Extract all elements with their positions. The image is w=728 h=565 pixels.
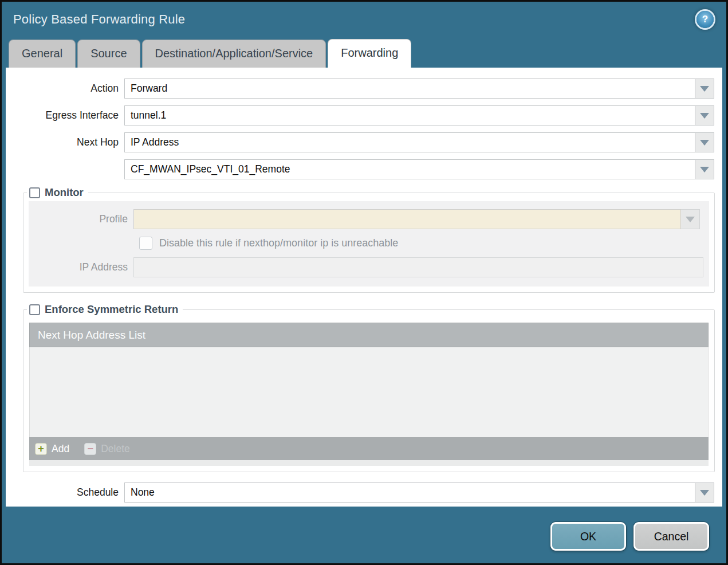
table-scrollbar-track[interactable]: [29, 460, 709, 466]
monitor-group: Monitor Profile Disable this rule if nex…: [23, 186, 715, 293]
profile-input: [133, 209, 681, 229]
add-button-label: Add: [52, 443, 69, 455]
page-title: Policy Based Forwarding Rule: [13, 12, 185, 27]
chevron-down-icon: [700, 86, 709, 92]
egress-interface-label: Egress Interface: [6, 109, 124, 121]
tab-general[interactable]: General: [9, 40, 76, 68]
disable-rule-row: Disable this rule if nexthop/monitor ip …: [139, 237, 709, 250]
minus-icon: −: [84, 443, 96, 455]
next-hop-address-list-toolbar: + Add − Delete: [29, 437, 709, 460]
tab-forwarding[interactable]: Forwarding: [328, 39, 411, 68]
action-dropdown-button[interactable]: [695, 79, 714, 99]
enforce-symmetric-return-group: Enforce Symmetric Return Next Hop Addres…: [23, 303, 715, 472]
monitor-group-label: Monitor: [45, 186, 84, 199]
tab-destination-application-service[interactable]: Destination/Application/Service: [142, 40, 326, 68]
chevron-down-icon: [700, 490, 709, 496]
next-hop-address-list-header-label: Next Hop Address List: [38, 329, 145, 342]
schedule-label: Schedule: [6, 486, 124, 499]
disable-rule-checkbox: [139, 237, 152, 250]
dialog-footer: OK Cancel: [2, 507, 726, 551]
monitor-ip-address-input: [133, 257, 703, 277]
next-hop-address-list-body: [29, 347, 709, 437]
egress-interface-input[interactable]: [124, 105, 695, 125]
next-hop-address-list-header: Next Hop Address List: [29, 323, 709, 347]
tab-bar: General Source Destination/Application/S…: [2, 37, 726, 68]
cancel-button[interactable]: Cancel: [633, 522, 709, 551]
next-hop-dropdown-button[interactable]: [695, 132, 714, 152]
enforce-symmetric-return-checkbox[interactable]: [29, 304, 40, 315]
next-hop-label: Next Hop: [6, 136, 124, 148]
monitor-ip-address-label: IP Address: [29, 261, 133, 273]
help-icon[interactable]: ?: [696, 11, 714, 28]
add-button[interactable]: + Add: [35, 443, 69, 455]
next-hop-address-row: [6, 159, 722, 179]
action-input[interactable]: [124, 79, 695, 99]
profile-label: Profile: [29, 213, 133, 225]
plus-icon: +: [35, 443, 47, 455]
action-label: Action: [6, 83, 124, 95]
chevron-down-icon: [686, 217, 695, 222]
chevron-down-icon: [700, 113, 709, 119]
tab-source[interactable]: Source: [77, 40, 140, 68]
delete-button-label: Delete: [101, 443, 130, 455]
monitor-checkbox[interactable]: [29, 187, 40, 198]
next-hop-address-dropdown-button[interactable]: [695, 159, 714, 179]
action-row: Action: [6, 79, 722, 99]
schedule-dropdown-button[interactable]: [695, 482, 714, 503]
help-glyph: ?: [702, 14, 708, 25]
next-hop-address-input[interactable]: [124, 159, 695, 179]
enforce-symmetric-return-label: Enforce Symmetric Return: [45, 303, 178, 316]
chevron-down-icon: [700, 167, 709, 172]
egress-interface-dropdown-button[interactable]: [695, 105, 714, 125]
chevron-down-icon: [700, 140, 709, 146]
monitor-group-body: Profile Disable this rule if nexthop/mon…: [29, 201, 709, 287]
egress-interface-row: Egress Interface: [6, 105, 722, 125]
delete-button: − Delete: [84, 443, 130, 455]
title-bar: Policy Based Forwarding Rule ?: [2, 2, 726, 37]
disable-rule-label: Disable this rule if nexthop/monitor ip …: [159, 237, 398, 249]
next-hop-row: Next Hop: [6, 132, 722, 152]
next-hop-type-input[interactable]: [124, 132, 695, 152]
profile-dropdown-button: [681, 209, 700, 229]
forwarding-tab-panel: Action Egress Interface Next Hop: [6, 68, 722, 507]
ok-button[interactable]: OK: [550, 522, 626, 551]
schedule-row: Schedule: [6, 482, 722, 503]
next-hop-address-list-table: Next Hop Address List + Add − Delete: [29, 323, 709, 460]
schedule-input[interactable]: [124, 482, 695, 503]
pbf-rule-dialog: Policy Based Forwarding Rule ? General S…: [0, 0, 728, 565]
